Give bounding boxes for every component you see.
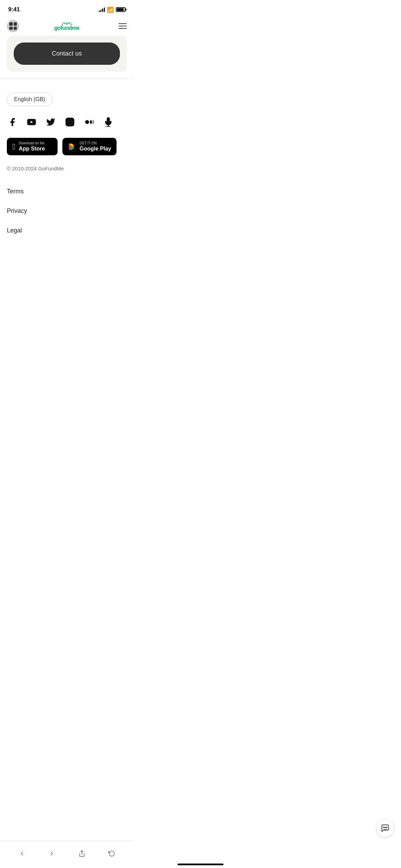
language-selector[interactable]: English (GB) xyxy=(7,93,52,106)
instagram-icon[interactable] xyxy=(64,117,75,128)
google-play-main-label: Google Play xyxy=(80,145,111,152)
google-play-button[interactable]: GET IT ON Google Play xyxy=(62,138,117,155)
twitter-icon[interactable] xyxy=(45,117,56,128)
footer: English (GB)  Do xyxy=(0,86,134,251)
medium-icon[interactable] xyxy=(84,117,95,128)
svg-point-9 xyxy=(90,120,92,124)
contact-us-button[interactable]: Contact us xyxy=(14,43,120,65)
podcast-icon[interactable] xyxy=(103,117,114,128)
status-time: 9:41 xyxy=(8,6,20,13)
app-store-sub-label: Download on the xyxy=(19,141,45,145)
svg-line-4 xyxy=(62,24,63,25)
section-divider xyxy=(0,79,134,79)
app-store-text-group: Download on the App Store xyxy=(19,141,45,152)
app-store-main-label: App Store xyxy=(19,145,45,152)
signal-icon xyxy=(99,7,105,12)
hamburger-menu[interactable] xyxy=(119,23,127,29)
svg-point-8 xyxy=(85,120,89,124)
apple-icon:  xyxy=(12,142,15,152)
gofundme-logo[interactable]: gofundme xyxy=(51,19,82,33)
youtube-icon[interactable] xyxy=(26,117,37,128)
copyright-text: © 2010-2024 GoFundMe xyxy=(7,166,127,171)
svg-line-3 xyxy=(71,24,72,25)
google-play-sub-label: GET IT ON xyxy=(80,141,97,145)
google-play-text-group: GET IT ON Google Play xyxy=(80,141,111,152)
svg-point-10 xyxy=(93,120,94,124)
logo-svg: gofundme xyxy=(51,19,82,33)
status-icons: 📶 xyxy=(99,7,125,13)
svg-text:gofundme: gofundme xyxy=(54,25,80,31)
battery-icon xyxy=(116,7,125,12)
language-label: English (GB) xyxy=(14,96,45,103)
privacy-link[interactable]: Privacy xyxy=(7,201,127,221)
app-buttons-row:  Download on the App Store GET IT ON Go… xyxy=(7,138,127,155)
legal-link[interactable]: Legal xyxy=(7,221,127,240)
footer-links: Terms Privacy Legal xyxy=(7,182,127,240)
back-button[interactable] xyxy=(7,20,19,32)
wifi-icon: 📶 xyxy=(107,7,114,13)
status-bar: 9:41 📶 xyxy=(0,0,134,17)
facebook-icon[interactable] xyxy=(7,117,18,128)
social-icons-row xyxy=(7,117,127,128)
google-play-icon xyxy=(68,143,76,151)
app-store-button[interactable]:  Download on the App Store xyxy=(7,138,58,155)
contact-card: Contact us xyxy=(7,36,127,72)
header: gofundme xyxy=(0,17,134,36)
terms-link[interactable]: Terms xyxy=(7,182,127,201)
grid-icon xyxy=(9,22,17,30)
